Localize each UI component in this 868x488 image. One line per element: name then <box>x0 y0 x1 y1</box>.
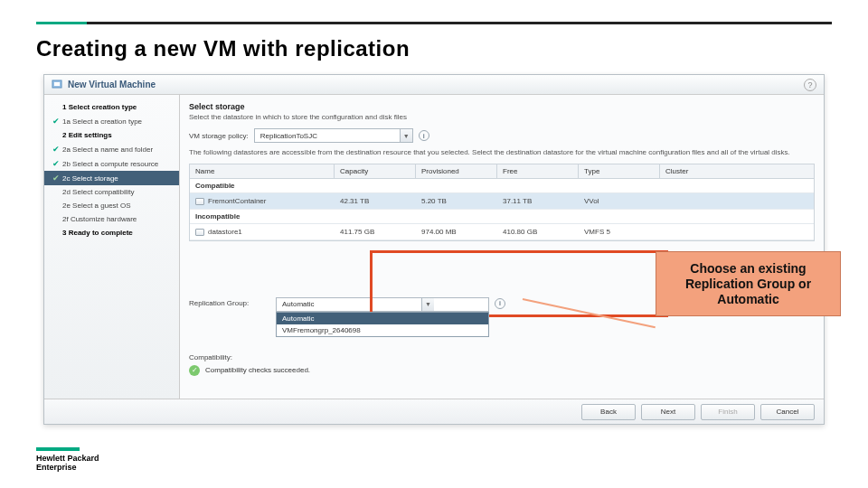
wizard-footer: Back Next Finish Cancel <box>44 399 824 424</box>
ds-free: 37.11 TB <box>497 193 579 209</box>
info-icon[interactable]: i <box>419 130 429 141</box>
step-label: 2c Select storage <box>62 174 118 183</box>
step-1[interactable]: 1 Select creation type <box>44 100 179 114</box>
col-name[interactable]: Name <box>190 164 335 178</box>
slide-top-accent <box>36 22 87 24</box>
next-button[interactable]: Next <box>641 404 695 420</box>
compatibility-message: Compatibility checks succeeded. <box>205 366 310 374</box>
wizard-content: Select storage Select the datastore in w… <box>180 95 824 399</box>
finish-button: Finish <box>701 404 755 420</box>
step-2f[interactable]: 2f Customize hardware <box>44 212 179 226</box>
ds-name: datastore1 <box>208 228 242 236</box>
datastore-grid: Name Capacity Provisioned Free Type Clus… <box>189 164 815 241</box>
ds-type: VVol <box>579 193 660 209</box>
datastore-icon <box>195 198 204 205</box>
step-3[interactable]: 3 Ready to complete <box>44 226 179 239</box>
content-subtitle: Select the datastore in which to store t… <box>189 113 815 121</box>
wizard-window: New Virtual Machine ? 1 Select creation … <box>43 74 825 425</box>
col-cluster[interactable]: Cluster <box>660 164 814 178</box>
chevron-down-icon: ▼ <box>400 129 412 142</box>
new-vm-icon <box>52 80 62 90</box>
step-label: 1 Select creation type <box>62 103 137 111</box>
ds-prov: 5.20 TB <box>416 193 497 209</box>
slide-top-rule <box>36 22 832 24</box>
step-label: 3 Ready to complete <box>62 229 133 237</box>
wizard-title: New Virtual Machine <box>68 80 156 89</box>
datastore-icon <box>195 229 204 236</box>
datastore-row[interactable]: datastore1 411.75 GB 974.00 MB 410.80 GB… <box>190 224 814 240</box>
storage-policy-row: VM storage policy: ReplicationToSJC ▼ i <box>189 128 815 143</box>
wizard-steps: 1 Select creation type ✔1a Select a crea… <box>44 95 180 399</box>
step-2[interactable]: 2 Edit settings <box>44 128 179 142</box>
replication-group-label: Replication Group: <box>189 299 270 307</box>
step-1a[interactable]: ✔1a Select a creation type <box>44 114 179 128</box>
wizard-header: New Virtual Machine ? <box>44 75 824 95</box>
ds-type: VMFS 5 <box>579 224 660 239</box>
cancel-button[interactable]: Cancel <box>760 404 815 420</box>
step-2d[interactable]: 2d Select compatibility <box>44 185 179 199</box>
col-type[interactable]: Type <box>579 164 660 178</box>
group-compatible: Compatible <box>190 179 814 193</box>
storage-policy-value: ReplicationToSJC <box>255 132 400 140</box>
step-label: 2b Select a compute resource <box>62 160 158 168</box>
step-2c[interactable]: ✔2c Select storage <box>44 171 179 185</box>
annotation-callout: Choose an existing Replication Group or … <box>656 251 841 316</box>
col-capacity[interactable]: Capacity <box>335 164 416 178</box>
step-label: 2e Select a guest OS <box>62 202 131 210</box>
group-incompatible: Incompatible <box>190 210 814 224</box>
hpe-logo-bar <box>36 447 80 451</box>
hpe-logo-text: Hewlett PackardEnterprise <box>36 455 99 472</box>
col-free[interactable]: Free <box>497 164 579 178</box>
compatibility-row: Compatibility: <box>189 353 815 361</box>
replication-group-dropdown: Automatic VMFremongrp_2640698 <box>276 312 489 337</box>
dropdown-option[interactable]: Automatic <box>277 313 488 324</box>
storage-policy-label: VM storage policy: <box>189 132 249 140</box>
step-label: 1a Select a creation type <box>62 117 142 126</box>
compatibility-label: Compatibility: <box>189 353 270 361</box>
datastore-row[interactable]: FremontContainer 42.31 TB 5.20 TB 37.11 … <box>190 193 814 210</box>
dropdown-option[interactable]: VMFremongrp_2640698 <box>277 324 488 336</box>
wizard-body: 1 Select creation type ✔1a Select a crea… <box>44 95 824 399</box>
step-label: 2a Select a name and folder <box>62 145 153 154</box>
ds-prov: 974.00 MB <box>416 224 497 239</box>
ds-cap: 411.75 GB <box>335 224 416 239</box>
step-2a[interactable]: ✔2a Select a name and folder <box>44 142 179 156</box>
storage-policy-select[interactable]: ReplicationToSJC ▼ <box>254 128 413 143</box>
step-label: 2 Edit settings <box>62 131 112 139</box>
col-provisioned[interactable]: Provisioned <box>416 164 497 178</box>
back-button[interactable]: Back <box>581 404 636 420</box>
svg-rect-1 <box>54 82 60 86</box>
content-title: Select storage <box>189 102 815 111</box>
step-label: 2d Select compatibility <box>62 188 135 196</box>
step-2e[interactable]: 2e Select a guest OS <box>44 199 179 212</box>
annotation-highlight <box>370 250 668 317</box>
help-icon[interactable]: ? <box>804 79 816 91</box>
step-2b[interactable]: ✔2b Select a compute resource <box>44 156 179 171</box>
ds-cap: 42.31 TB <box>335 193 416 209</box>
hpe-logo: Hewlett PackardEnterprise <box>36 447 99 472</box>
ds-free: 410.80 GB <box>497 224 579 239</box>
slide-title: Creating a new VM with replication <box>36 36 410 61</box>
datastore-desc: The following datastores are accessible … <box>189 148 815 158</box>
step-label: 2f Customize hardware <box>62 215 137 223</box>
grid-header: Name Capacity Provisioned Free Type Clus… <box>190 164 814 179</box>
ds-name: FremontContainer <box>208 197 266 205</box>
success-icon: ✓ <box>189 365 200 376</box>
